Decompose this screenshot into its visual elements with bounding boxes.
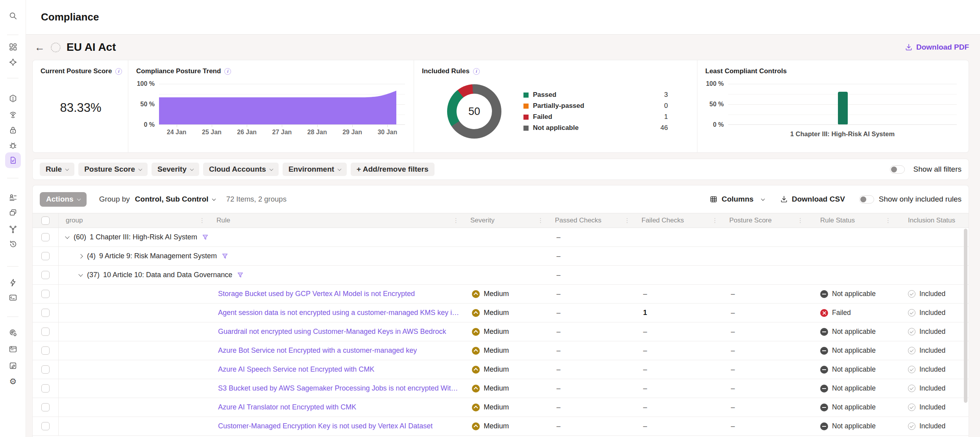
rule-cell	[207, 247, 461, 265]
posture-score-cell	[720, 228, 805, 246]
column-header-posture[interactable]: Posture Score⋮	[720, 213, 805, 228]
add-remove-filters-button[interactable]: + Add/remove filters	[351, 163, 435, 176]
column-header-label: Posture Score	[729, 217, 772, 224]
download-csv-button[interactable]: Download CSV	[780, 195, 845, 204]
included-check-icon	[908, 290, 915, 298]
medium-severity-icon	[472, 290, 480, 298]
column-header-passed[interactable]: Passed Checks⋮	[545, 213, 632, 228]
rules-table-card: Actions Group by Control, Sub Control 72…	[32, 185, 969, 437]
attack-path-icon[interactable]	[8, 224, 18, 234]
rule-link[interactable]: Customer-Managed Encryption Key is not u…	[218, 422, 433, 430]
rule-link[interactable]: Azure AI Translator not Encrypted with C…	[218, 403, 356, 411]
table-group-row[interactable]: (37)10 Article 10: Data and Data Governa…	[33, 266, 969, 285]
inclusion-status-badge: Included	[908, 328, 945, 336]
column-header-group[interactable]: group⋮	[59, 213, 207, 228]
column-menu-icon[interactable]: ⋮	[885, 217, 893, 224]
row-checkbox[interactable]	[41, 309, 50, 317]
failed-checks-value[interactable]: 1	[643, 309, 647, 317]
column-menu-icon[interactable]: ⋮	[624, 217, 632, 224]
download-pdf-button[interactable]: Download PDF	[905, 43, 969, 52]
column-menu-icon[interactable]: ⋮	[797, 217, 805, 224]
column-header-sev[interactable]: Severity⋮	[461, 213, 545, 228]
filter-chip-severity[interactable]: Severity	[152, 163, 199, 176]
rule-link[interactable]: Storage Bucket used by GCP Vertex AI Mod…	[218, 290, 415, 298]
row-checkbox[interactable]	[41, 290, 50, 298]
table-group-row[interactable]: (4)9 Article 9: Risk Management System–	[33, 247, 969, 266]
chevron-down-icon[interactable]	[78, 272, 83, 276]
show-all-filters-toggle[interactable]	[890, 165, 905, 174]
chevron-down-icon[interactable]	[65, 234, 69, 239]
column-menu-icon[interactable]: ⋮	[712, 217, 720, 224]
columns-button[interactable]: Columns	[710, 195, 764, 204]
chevron-right-icon[interactable]	[78, 254, 83, 258]
cli-icon[interactable]	[8, 293, 18, 302]
info-icon[interactable]: i	[224, 68, 231, 75]
severity-label: Medium	[484, 384, 509, 393]
rule-link[interactable]: Guardrail not encrypted using Customer-M…	[218, 328, 446, 336]
row-checkbox[interactable]	[41, 271, 50, 279]
vulnerabilities-icon[interactable]	[8, 141, 18, 150]
history-icon[interactable]	[8, 239, 18, 249]
row-checkbox-cell	[33, 398, 59, 417]
column-header-incl[interactable]: Inclusion Status	[893, 213, 969, 228]
row-checkbox[interactable]	[41, 328, 50, 336]
rule-link[interactable]: Azure AI Speech Service not Encrypted wi…	[218, 365, 374, 374]
actions-button[interactable]: Actions	[40, 192, 87, 207]
column-menu-icon[interactable]: ⋮	[199, 217, 207, 224]
posture-score-cell: –	[720, 285, 805, 303]
select-all-checkbox[interactable]	[41, 217, 50, 225]
column-header-failed[interactable]: Failed Checks⋮	[632, 213, 720, 228]
group-by-select[interactable]: Control, Sub Control	[135, 195, 215, 204]
info-icon[interactable]: i	[115, 68, 122, 75]
search-icon[interactable]	[8, 11, 18, 20]
row-checkbox[interactable]	[41, 422, 50, 430]
filter-chip-environment[interactable]: Environment	[283, 163, 347, 176]
row-checkbox[interactable]	[41, 346, 50, 355]
filter-chip-cloud-accounts[interactable]: Cloud Accounts	[203, 163, 279, 176]
security-graph-icon[interactable]	[8, 328, 18, 337]
rule-link[interactable]: Agent session data is not encrypted usin…	[218, 309, 461, 317]
legend-color-swatch	[523, 126, 529, 131]
rule-status-label: Not applicable	[832, 346, 876, 355]
rule-status-label: Not applicable	[832, 290, 876, 298]
actions-icon[interactable]	[8, 278, 18, 287]
row-checkbox[interactable]	[41, 403, 50, 411]
medium-severity-icon	[472, 328, 480, 336]
rule-link[interactable]: Azure Bot Service not Encrypted with a c…	[218, 346, 417, 355]
filter-chip-posture-score[interactable]: Posture Score	[78, 163, 148, 176]
settings-icon[interactable]: ⚙	[8, 376, 18, 386]
sidebar-item-compliance[interactable]	[5, 152, 21, 168]
resources-icon[interactable]	[8, 208, 18, 217]
row-checkbox-cell	[33, 304, 59, 322]
table-group-row[interactable]: (60)1 Chapter III: High-Risk AI System–	[33, 228, 969, 247]
show-only-included-toggle[interactable]	[859, 195, 874, 204]
vertical-scrollbar[interactable]	[964, 229, 967, 403]
rule-link[interactable]: S3 Bucket used by AWS Sagemaker Processi…	[218, 384, 461, 393]
column-menu-icon[interactable]: ⋮	[538, 217, 545, 224]
severity-cell: Medium	[461, 304, 545, 322]
trend-x-tick-label: 27 Jan	[264, 125, 300, 136]
column-header-rule[interactable]: Rule⋮	[207, 213, 461, 228]
reports-icon[interactable]	[8, 361, 18, 370]
y-tick-label: 50 %	[141, 101, 155, 108]
trend-area	[159, 84, 396, 124]
row-checkbox[interactable]	[41, 365, 50, 374]
issues-icon[interactable]	[8, 94, 18, 103]
info-icon[interactable]: i	[473, 68, 480, 75]
explorer-icon[interactable]	[8, 57, 18, 67]
projects-icon[interactable]	[8, 344, 18, 354]
posture-score-value: –	[731, 309, 735, 317]
column-header-status[interactable]: Rule Status⋮	[805, 213, 893, 228]
filter-chip-rule[interactable]: Rule	[40, 163, 74, 176]
threat-detection-icon[interactable]	[8, 110, 18, 119]
inventory-icon[interactable]	[8, 193, 18, 202]
trend-x-tick-label: 25 Jan	[194, 125, 229, 136]
row-checkbox[interactable]	[41, 384, 50, 393]
secrets-icon[interactable]	[8, 126, 18, 135]
column-menu-icon[interactable]: ⋮	[453, 217, 461, 224]
legend-value: 46	[660, 124, 668, 132]
dashboard-icon[interactable]	[8, 42, 18, 52]
row-checkbox[interactable]	[41, 233, 50, 241]
back-button[interactable]: ←	[35, 42, 45, 52]
row-checkbox[interactable]	[41, 252, 50, 260]
